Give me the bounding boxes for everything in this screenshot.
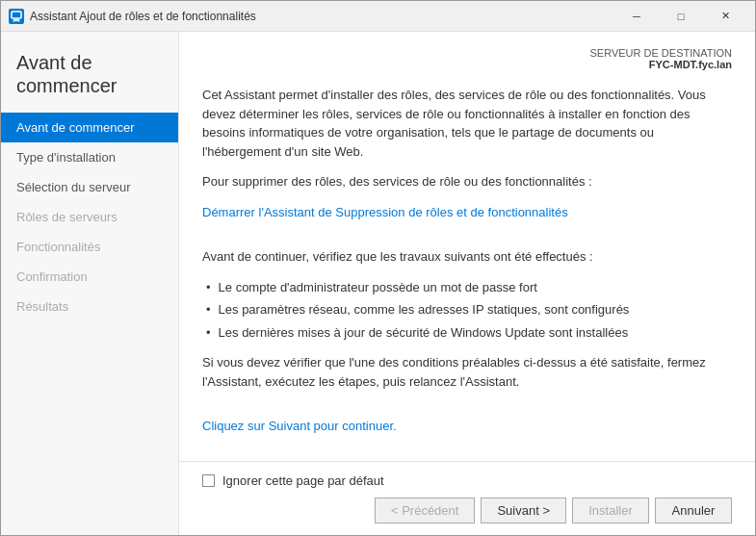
- ignore-page-label: Ignorer cette page par défaut: [222, 473, 384, 488]
- maximize-button[interactable]: □: [659, 1, 703, 32]
- nav-item-type-installation[interactable]: Type d'installation: [1, 142, 178, 172]
- nav-item-confirmation: Confirmation: [1, 262, 178, 292]
- svg-rect-1: [13, 19, 19, 21]
- content-area: SERVEUR DE DESTINATION FYC-MDT.fyc.lan C…: [179, 32, 755, 535]
- button-row: < Précédent Suivant > Installer Annuler: [202, 498, 732, 523]
- install-button[interactable]: Installer: [572, 498, 649, 523]
- window-title: Assistant Ajout de rôles et de fonctionn…: [30, 10, 614, 23]
- destination-server: FYC-MDT.fyc.lan: [589, 59, 732, 70]
- footer: Ignorer cette page par défaut < Précéden…: [179, 461, 755, 535]
- nav-item-fonctionnalites: Fonctionnalités: [1, 232, 178, 262]
- closing-paragraph: Si vous devez vérifier que l'une des con…: [202, 353, 732, 391]
- bullet-dot-2: •: [206, 323, 211, 343]
- sidebar: Avant de commencer Avant de commencer Ty…: [1, 32, 179, 535]
- nav-item-selection-serveur[interactable]: Sélection du serveur: [1, 172, 178, 202]
- content-header: SERVEUR DE DESTINATION FYC-MDT.fyc.lan: [179, 32, 755, 78]
- destination-label: SERVEUR DE DESTINATION: [589, 47, 732, 59]
- window-controls: ─ □ ✕: [614, 1, 747, 32]
- previous-button[interactable]: < Précédent: [375, 498, 475, 523]
- nav-item-roles-serveurs: Rôles de serveurs: [1, 202, 178, 232]
- bullet-dot-1: •: [206, 300, 211, 319]
- svg-rect-0: [12, 12, 21, 18]
- next-button[interactable]: Suivant >: [481, 498, 566, 523]
- window: Assistant Ajout de rôles et de fonctionn…: [0, 0, 756, 536]
- bullet-list: • Le compte d'administrateur possède un …: [202, 278, 732, 343]
- nav-item-avant-de-commencer[interactable]: Avant de commencer: [1, 113, 178, 142]
- intro-paragraph: Cet Assistant permet d'installer des rôl…: [202, 86, 732, 161]
- checkbox-row: Ignorer cette page par défaut: [202, 473, 732, 488]
- svg-rect-2: [13, 20, 20, 21]
- main-area: Avant de commencer Avant de commencer Ty…: [1, 32, 755, 535]
- cancel-button[interactable]: Annuler: [655, 498, 732, 523]
- nav-item-resultats: Résultats: [1, 292, 178, 321]
- titlebar: Assistant Ajout de rôles et de fonctionn…: [1, 1, 755, 32]
- app-icon: [9, 9, 24, 24]
- bullet-item-1: • Les paramètres réseau, comme les adres…: [206, 300, 732, 319]
- bullet-item-2: • Les dernières mises à jour de sécurité…: [206, 323, 732, 343]
- content-body: Cet Assistant permet d'installer des rôl…: [179, 78, 755, 461]
- minimize-button[interactable]: ─: [614, 1, 659, 32]
- ignore-page-checkbox[interactable]: [202, 474, 215, 487]
- sidebar-title: Avant de commencer: [1, 32, 178, 113]
- bullet-dot-0: •: [206, 278, 211, 297]
- suppression-link[interactable]: Démarrer l'Assistant de Suppression de r…: [202, 205, 568, 219]
- remove-section-label: Pour supprimer des rôles, des services d…: [202, 172, 732, 191]
- check-section-label: Avant de continuer, vérifiez que les tra…: [202, 247, 732, 267]
- bullet-item-0: • Le compte d'administrateur possède un …: [206, 278, 732, 297]
- continue-link[interactable]: Cliquez sur Suivant pour continuer.: [202, 419, 397, 433]
- close-button[interactable]: ✕: [703, 1, 747, 32]
